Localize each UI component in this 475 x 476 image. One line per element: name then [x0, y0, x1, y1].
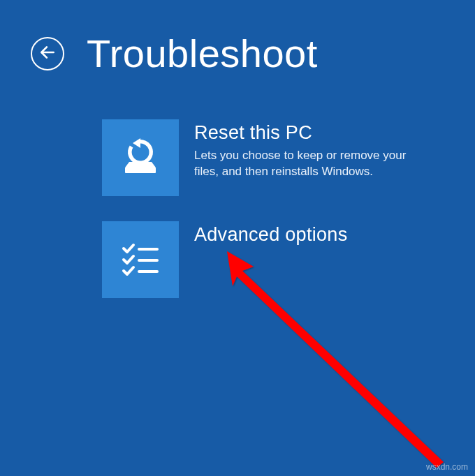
option-reset-this-pc[interactable]: Reset this PC Lets you choose to keep or… [102, 119, 475, 196]
reset-pc-icon [102, 119, 179, 196]
option-text: Advanced options [194, 221, 347, 250]
options-list: Reset this PC Lets you choose to keep or… [102, 119, 475, 298]
option-advanced-options[interactable]: Advanced options [102, 221, 475, 298]
back-button[interactable] [31, 37, 64, 70]
option-title: Advanced options [194, 224, 347, 246]
header-bar: Troubleshoot [0, 0, 475, 76]
advanced-options-icon [102, 221, 179, 298]
svg-marker-2 [125, 162, 156, 168]
page-title: Troubleshoot [87, 31, 318, 76]
svg-rect-1 [125, 168, 156, 173]
watermark: wsxdn.com [426, 462, 468, 472]
option-description: Lets you choose to keep or remove your f… [194, 148, 425, 180]
option-title: Reset this PC [194, 122, 425, 144]
option-text: Reset this PC Lets you choose to keep or… [194, 119, 425, 180]
back-arrow-icon [38, 43, 57, 64]
